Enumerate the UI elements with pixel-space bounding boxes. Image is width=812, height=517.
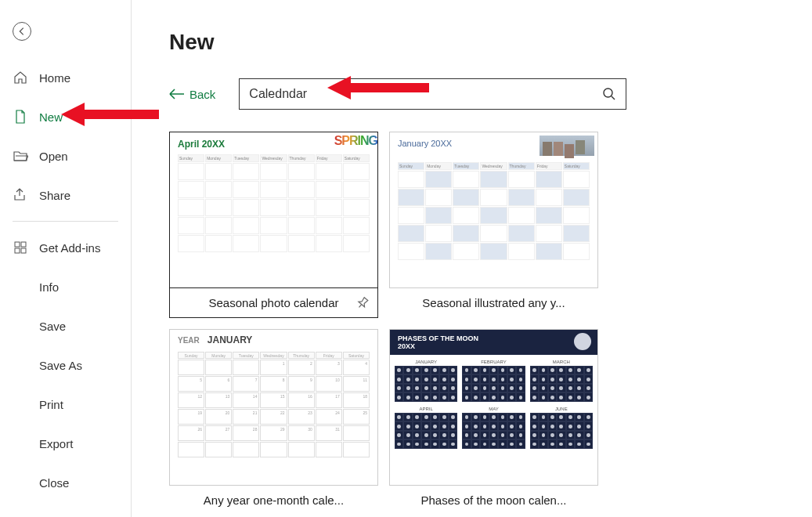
svg-rect-2 <box>15 248 20 253</box>
month-label: FEBRUARY <box>481 360 507 364</box>
moon-icon <box>574 333 591 350</box>
svg-rect-0 <box>15 242 20 247</box>
nav-label: Print <box>39 398 63 411</box>
city-decoration <box>540 136 594 156</box>
nav-label: Open <box>39 150 68 163</box>
template-label-row: Seasonal photo calendar <box>169 288 378 318</box>
template-label-row: Phases of the moon calen... <box>389 486 598 515</box>
month-label: MARCH <box>553 360 570 364</box>
nav-divider <box>13 221 118 222</box>
pin-icon[interactable] <box>355 296 370 310</box>
template-seasonal-photo[interactable]: April 20XX SPRING SundayMondayTuesdayWed… <box>169 132 378 318</box>
template-thumbnail: April 20XX SPRING SundayMondayTuesdayWed… <box>169 132 378 288</box>
nav-save-as[interactable]: Save As <box>0 352 131 378</box>
spring-decoration: SPRING <box>334 134 377 148</box>
template-thumbnail: YEAR JANUARY SundayMondayTuesdayWednesda… <box>169 329 378 486</box>
svg-rect-3 <box>21 248 26 253</box>
nav-save[interactable]: Save <box>0 313 131 339</box>
nav-new[interactable]: New <box>0 103 131 130</box>
nav-label: Save As <box>39 359 82 372</box>
nav-label: Get Add-ins <box>39 241 100 255</box>
page-title: New <box>169 30 774 55</box>
search-box <box>239 78 626 110</box>
nav-label: Share <box>39 189 70 202</box>
template-thumbnail: January 20XX SundayMondayTuesdayWednesda… <box>389 132 598 288</box>
back-button[interactable] <box>13 22 31 41</box>
nav-label: Info <box>39 280 59 294</box>
template-label: Seasonal illustrated any y... <box>422 296 565 309</box>
search-row: Back <box>169 78 774 110</box>
sidebar: Home New Open Share Get Add-ins Info Sav… <box>0 0 132 517</box>
template-label: Phases of the moon calen... <box>421 494 567 507</box>
back-arrow-icon <box>16 26 27 37</box>
template-label-row: Any year one-month cale... <box>169 486 378 515</box>
nav-close[interactable]: Close <box>0 469 131 496</box>
nav-export[interactable]: Export <box>0 430 131 457</box>
nav-home[interactable]: Home <box>0 64 131 91</box>
thumb-year: 20XX <box>398 342 415 350</box>
svg-point-4 <box>604 89 612 97</box>
template-thumbnail: PHASES OF THE MOON 20XX JANUARY FEBRUARY… <box>389 329 598 486</box>
template-moon-phases[interactable]: PHASES OF THE MOON 20XX JANUARY FEBRUARY… <box>389 329 598 515</box>
nav-label: Export <box>39 437 73 450</box>
month-label: JANUARY <box>415 360 437 364</box>
nav-label: New <box>39 110 63 124</box>
nav-addins[interactable]: Get Add-ins <box>0 234 131 261</box>
main-content: New Back April 20XX SPRING SundayMondayT… <box>132 0 812 517</box>
month-label: APRIL <box>419 407 432 411</box>
month-label: MAY <box>489 407 499 411</box>
back-arrow-icon <box>169 89 185 99</box>
back-link[interactable]: Back <box>169 88 215 101</box>
addins-icon <box>13 240 28 255</box>
template-seasonal-illustrated[interactable]: January 20XX SundayMondayTuesdayWednesda… <box>389 132 598 318</box>
search-icon[interactable] <box>602 87 616 101</box>
home-icon <box>13 70 28 85</box>
nav-print[interactable]: Print <box>0 391 131 418</box>
nav-label: Save <box>39 320 66 333</box>
thumb-title: PHASES OF THE MOON <box>398 334 478 342</box>
search-input[interactable] <box>249 87 602 101</box>
templates-grid: April 20XX SPRING SundayMondayTuesdayWed… <box>169 132 774 517</box>
back-label: Back <box>189 88 215 101</box>
nav-list: Home New Open Share Get Add-ins Info Sav… <box>0 64 131 496</box>
nav-info[interactable]: Info <box>0 273 131 300</box>
template-label: Seasonal photo calendar <box>209 296 339 309</box>
svg-rect-1 <box>21 242 26 247</box>
document-icon <box>13 109 28 125</box>
nav-open[interactable]: Open <box>0 143 131 169</box>
template-any-year[interactable]: YEAR JANUARY SundayMondayTuesdayWednesda… <box>169 329 378 515</box>
nav-share[interactable]: Share <box>0 182 131 208</box>
thumb-month: JANUARY <box>208 334 253 345</box>
folder-icon <box>13 148 28 164</box>
nav-label: Close <box>39 476 69 490</box>
template-label-row: Seasonal illustrated any y... <box>389 288 598 317</box>
nav-label: Home <box>39 71 70 85</box>
template-label: Any year one-month cale... <box>204 494 344 507</box>
share-icon <box>13 187 28 203</box>
thumb-year: YEAR <box>178 336 200 345</box>
month-label: JUNE <box>555 407 568 411</box>
